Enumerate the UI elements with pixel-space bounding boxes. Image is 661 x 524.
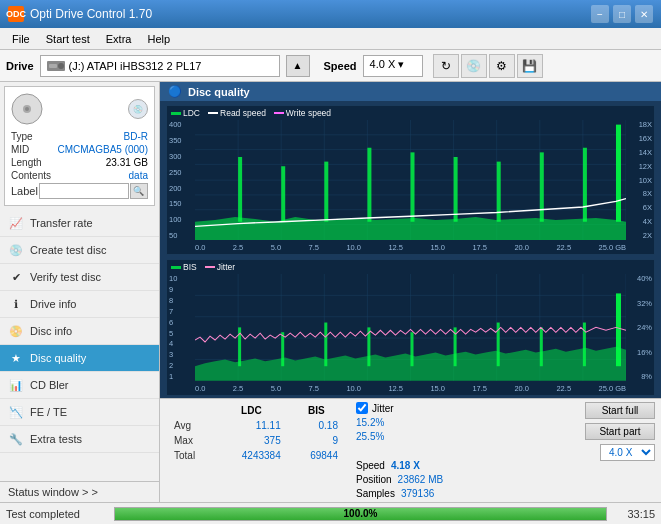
jitter-checkbox[interactable] xyxy=(356,402,368,414)
fe-te-label: FE / TE xyxy=(30,406,67,418)
svg-rect-28 xyxy=(411,152,415,221)
chart-container: LDC Read speed Write speed 18X16 xyxy=(160,101,661,398)
svg-point-5 xyxy=(25,107,29,111)
title-bar: ODC Opti Drive Control 1.70 − □ ✕ xyxy=(0,0,661,28)
label-browse-button[interactable]: 🔍 xyxy=(130,183,148,199)
svg-rect-2 xyxy=(49,64,57,68)
bottom-chart-svg xyxy=(195,274,626,381)
drive-bar: Drive (J:) ATAPI iHBS312 2 PL17 ▲ Speed … xyxy=(0,50,661,82)
total-bis: 69844 xyxy=(289,449,344,462)
transfer-rate-label: Transfer rate xyxy=(30,217,93,229)
close-button[interactable]: ✕ xyxy=(635,5,653,23)
svg-rect-32 xyxy=(583,148,587,222)
disc-quality-icon: ★ xyxy=(8,350,24,366)
status-window-label: Status window > > xyxy=(8,486,98,498)
action-area: Start full Start part 4.0 X xyxy=(585,402,655,461)
status-window-button[interactable]: Status window > > xyxy=(0,481,159,502)
drive-icon xyxy=(47,59,65,73)
label-label: Label xyxy=(11,185,38,197)
y-axis-left-top: 40035030025020015010050 xyxy=(169,120,182,240)
ldc-legend-label: LDC xyxy=(183,108,200,118)
avg-jitter-val: 15.2% xyxy=(356,417,384,428)
disc-button[interactable]: 💿 xyxy=(461,54,487,78)
x-axis-bottom: 0.02.55.07.510.012.515.017.520.022.525.0… xyxy=(195,384,626,393)
max-bis: 9 xyxy=(289,434,344,447)
start-part-button[interactable]: Start part xyxy=(585,423,655,440)
sidebar-item-extra-tests[interactable]: 🔧 Extra tests xyxy=(0,426,159,453)
contents-value: data xyxy=(129,170,148,181)
create-test-disc-icon: 💿 xyxy=(8,242,24,258)
speed-select[interactable]: 4.0 X ▾ xyxy=(363,55,423,77)
jitter-speed-area: Jitter 15.2% 25.5% Speed 4.18 X xyxy=(356,402,575,499)
disc-info-nav-icon: 📀 xyxy=(8,323,24,339)
disc-info-nav-label: Disc info xyxy=(30,325,72,337)
sidebar-item-cd-bler[interactable]: 📊 CD Bler xyxy=(0,372,159,399)
type-value: BD-R xyxy=(124,131,148,142)
disc-quality-title: Disc quality xyxy=(188,86,250,98)
jitter-label: Jitter xyxy=(372,403,394,414)
status-text: Test completed xyxy=(6,508,106,520)
top-chart: LDC Read speed Write speed 18X16 xyxy=(166,105,655,255)
save-button[interactable]: 💾 xyxy=(517,54,543,78)
read-speed-legend-label: Read speed xyxy=(220,108,266,118)
svg-rect-53 xyxy=(411,332,414,366)
settings-button[interactable]: ⚙ xyxy=(489,54,515,78)
drive-select[interactable]: (J:) ATAPI iHBS312 2 PL17 xyxy=(40,55,280,77)
app-title: Opti Drive Control 1.70 xyxy=(30,7,152,21)
menu-start-test[interactable]: Start test xyxy=(38,31,98,47)
avg-ldc: 11.11 xyxy=(216,419,287,432)
sidebar: 💿 Type BD-R MID CMCMAGBA5 (000) Length 2… xyxy=(0,82,160,502)
status-bar: Test completed 100.0% 33:15 xyxy=(0,502,661,524)
speed-dropdown[interactable]: 4.0 X xyxy=(600,444,655,461)
disc-quality-header: 🔵 Disc quality xyxy=(160,82,661,101)
extra-tests-label: Extra tests xyxy=(30,433,82,445)
max-jitter-val: 25.5% xyxy=(356,431,384,442)
svg-rect-51 xyxy=(324,323,327,367)
disc-icon-1: 💿 xyxy=(128,99,148,119)
sidebar-item-disc-quality[interactable]: ★ Disc quality xyxy=(0,345,159,372)
drive-label: Drive xyxy=(6,60,34,72)
x-axis-top: 0.02.55.07.510.012.515.017.520.022.525.0… xyxy=(195,243,626,252)
avg-label: Avg xyxy=(168,419,214,432)
cd-bler-label: CD Bler xyxy=(30,379,69,391)
sidebar-item-verify-test-disc[interactable]: ✔ Verify test disc xyxy=(0,264,159,291)
label-input[interactable] xyxy=(39,183,129,199)
sidebar-item-transfer-rate[interactable]: 📈 Transfer rate xyxy=(0,210,159,237)
drive-value: (J:) ATAPI iHBS312 2 PL17 xyxy=(69,60,202,72)
content-area: 🔵 Disc quality LDC Read speed xyxy=(160,82,661,502)
svg-rect-25 xyxy=(281,166,285,221)
menu-extra[interactable]: Extra xyxy=(98,31,140,47)
y-axis-right-top: 18X16X14X12X10X8X6X4X2X xyxy=(639,120,652,240)
maximize-button[interactable]: □ xyxy=(613,5,631,23)
bis-legend-label: BIS xyxy=(183,262,197,272)
verify-test-disc-icon: ✔ xyxy=(8,269,24,285)
transfer-rate-icon: 📈 xyxy=(8,215,24,231)
jitter-legend-label: Jitter xyxy=(217,262,235,272)
refresh-button[interactable]: ↻ xyxy=(433,54,459,78)
svg-rect-26 xyxy=(324,162,328,222)
extra-tests-icon: 🔧 xyxy=(8,431,24,447)
start-full-button[interactable]: Start full xyxy=(585,402,655,419)
jitter-legend-color xyxy=(205,266,215,268)
bis-legend-color xyxy=(171,266,181,269)
svg-rect-29 xyxy=(454,157,458,222)
eject-button[interactable]: ▲ xyxy=(286,55,310,77)
disc-image xyxy=(11,93,43,125)
position-label-stat: Position xyxy=(356,474,392,485)
sidebar-item-fe-te[interactable]: 📉 FE / TE xyxy=(0,399,159,426)
menu-help[interactable]: Help xyxy=(139,31,178,47)
minimize-button[interactable]: − xyxy=(591,5,609,23)
sidebar-item-drive-info[interactable]: ℹ Drive info xyxy=(0,291,159,318)
sidebar-item-disc-info[interactable]: 📀 Disc info xyxy=(0,318,159,345)
menu-file[interactable]: File xyxy=(4,31,38,47)
jitter-row: Jitter xyxy=(356,402,575,414)
samples-label-stat: Samples xyxy=(356,488,395,499)
app-icon: ODC xyxy=(8,6,24,22)
disc-info-panel: 💿 Type BD-R MID CMCMAGBA5 (000) Length 2… xyxy=(4,86,155,206)
progress-text: 100.0% xyxy=(115,508,606,520)
svg-rect-24 xyxy=(238,157,242,222)
max-label: Max xyxy=(168,434,214,447)
svg-rect-31 xyxy=(540,152,544,221)
sidebar-item-create-test-disc[interactable]: 💿 Create test disc xyxy=(0,237,159,264)
verify-test-disc-label: Verify test disc xyxy=(30,271,101,283)
